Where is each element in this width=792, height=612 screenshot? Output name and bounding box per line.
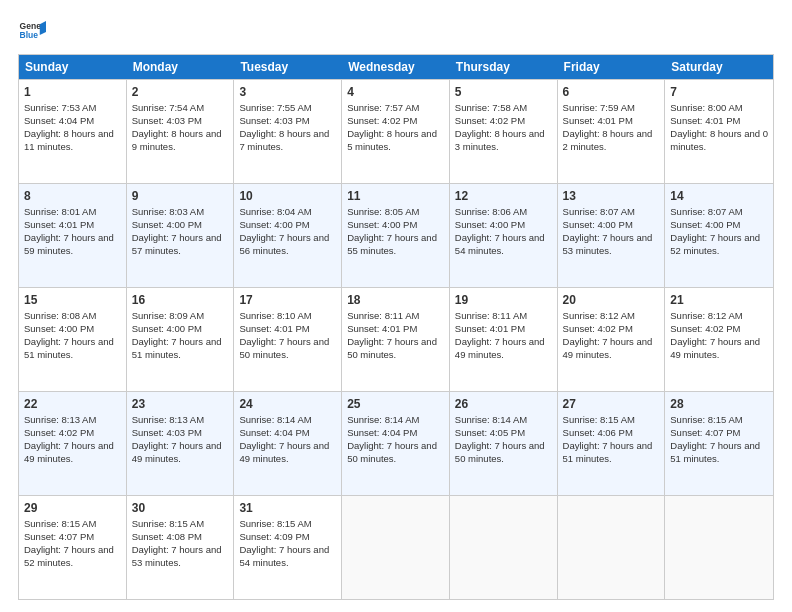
- day-cell: 8Sunrise: 8:01 AMSunset: 4:01 PMDaylight…: [19, 184, 127, 287]
- day-number: 5: [455, 84, 552, 100]
- day-number: 6: [563, 84, 660, 100]
- day-number: 25: [347, 396, 444, 412]
- header: General Blue: [18, 18, 774, 46]
- day-info: Sunrise: 8:14 AMSunset: 4:04 PMDaylight:…: [239, 414, 336, 465]
- calendar-row: 1Sunrise: 7:53 AMSunset: 4:04 PMDaylight…: [19, 79, 773, 183]
- day-cell: 26Sunrise: 8:14 AMSunset: 4:05 PMDayligh…: [450, 392, 558, 495]
- day-info: Sunrise: 8:01 AMSunset: 4:01 PMDaylight:…: [24, 206, 121, 257]
- day-number: 16: [132, 292, 229, 308]
- day-cell: 7Sunrise: 8:00 AMSunset: 4:01 PMDaylight…: [665, 80, 773, 183]
- day-info: Sunrise: 8:10 AMSunset: 4:01 PMDaylight:…: [239, 310, 336, 361]
- day-info: Sunrise: 7:58 AMSunset: 4:02 PMDaylight:…: [455, 102, 552, 153]
- header-day: Saturday: [665, 55, 773, 79]
- day-cell: 15Sunrise: 8:08 AMSunset: 4:00 PMDayligh…: [19, 288, 127, 391]
- day-info: Sunrise: 8:15 AMSunset: 4:06 PMDaylight:…: [563, 414, 660, 465]
- day-cell: 4Sunrise: 7:57 AMSunset: 4:02 PMDaylight…: [342, 80, 450, 183]
- day-info: Sunrise: 8:11 AMSunset: 4:01 PMDaylight:…: [347, 310, 444, 361]
- day-cell: 30Sunrise: 8:15 AMSunset: 4:08 PMDayligh…: [127, 496, 235, 599]
- day-cell: 23Sunrise: 8:13 AMSunset: 4:03 PMDayligh…: [127, 392, 235, 495]
- day-info: Sunrise: 7:59 AMSunset: 4:01 PMDaylight:…: [563, 102, 660, 153]
- header-day: Friday: [558, 55, 666, 79]
- page: General Blue SundayMondayTuesdayWednesda…: [0, 0, 792, 612]
- day-info: Sunrise: 8:15 AMSunset: 4:08 PMDaylight:…: [132, 518, 229, 569]
- header-day: Tuesday: [234, 55, 342, 79]
- header-day: Wednesday: [342, 55, 450, 79]
- day-number: 2: [132, 84, 229, 100]
- day-cell: 25Sunrise: 8:14 AMSunset: 4:04 PMDayligh…: [342, 392, 450, 495]
- header-day: Thursday: [450, 55, 558, 79]
- day-cell: 17Sunrise: 8:10 AMSunset: 4:01 PMDayligh…: [234, 288, 342, 391]
- day-number: 15: [24, 292, 121, 308]
- day-cell: 12Sunrise: 8:06 AMSunset: 4:00 PMDayligh…: [450, 184, 558, 287]
- calendar-body: 1Sunrise: 7:53 AMSunset: 4:04 PMDaylight…: [19, 79, 773, 599]
- day-info: Sunrise: 8:09 AMSunset: 4:00 PMDaylight:…: [132, 310, 229, 361]
- day-number: 28: [670, 396, 768, 412]
- day-info: Sunrise: 8:13 AMSunset: 4:02 PMDaylight:…: [24, 414, 121, 465]
- day-cell: 20Sunrise: 8:12 AMSunset: 4:02 PMDayligh…: [558, 288, 666, 391]
- day-info: Sunrise: 8:07 AMSunset: 4:00 PMDaylight:…: [563, 206, 660, 257]
- day-cell: 2Sunrise: 7:54 AMSunset: 4:03 PMDaylight…: [127, 80, 235, 183]
- day-info: Sunrise: 8:05 AMSunset: 4:00 PMDaylight:…: [347, 206, 444, 257]
- header-day: Sunday: [19, 55, 127, 79]
- svg-text:Blue: Blue: [20, 30, 39, 40]
- day-info: Sunrise: 8:04 AMSunset: 4:00 PMDaylight:…: [239, 206, 336, 257]
- day-cell: 5Sunrise: 7:58 AMSunset: 4:02 PMDaylight…: [450, 80, 558, 183]
- day-cell: 28Sunrise: 8:15 AMSunset: 4:07 PMDayligh…: [665, 392, 773, 495]
- day-cell: 11Sunrise: 8:05 AMSunset: 4:00 PMDayligh…: [342, 184, 450, 287]
- empty-cell: [450, 496, 558, 599]
- calendar-header: SundayMondayTuesdayWednesdayThursdayFrid…: [19, 55, 773, 79]
- day-number: 27: [563, 396, 660, 412]
- day-info: Sunrise: 7:53 AMSunset: 4:04 PMDaylight:…: [24, 102, 121, 153]
- logo-icon: General Blue: [18, 18, 46, 46]
- day-cell: 3Sunrise: 7:55 AMSunset: 4:03 PMDaylight…: [234, 80, 342, 183]
- day-number: 26: [455, 396, 552, 412]
- day-number: 3: [239, 84, 336, 100]
- day-number: 22: [24, 396, 121, 412]
- day-cell: 24Sunrise: 8:14 AMSunset: 4:04 PMDayligh…: [234, 392, 342, 495]
- day-number: 1: [24, 84, 121, 100]
- day-number: 13: [563, 188, 660, 204]
- day-info: Sunrise: 8:00 AMSunset: 4:01 PMDaylight:…: [670, 102, 768, 153]
- day-number: 14: [670, 188, 768, 204]
- day-number: 24: [239, 396, 336, 412]
- day-number: 19: [455, 292, 552, 308]
- day-cell: 10Sunrise: 8:04 AMSunset: 4:00 PMDayligh…: [234, 184, 342, 287]
- day-number: 31: [239, 500, 336, 516]
- day-info: Sunrise: 7:54 AMSunset: 4:03 PMDaylight:…: [132, 102, 229, 153]
- day-cell: 19Sunrise: 8:11 AMSunset: 4:01 PMDayligh…: [450, 288, 558, 391]
- day-number: 12: [455, 188, 552, 204]
- day-number: 20: [563, 292, 660, 308]
- day-number: 11: [347, 188, 444, 204]
- day-info: Sunrise: 8:14 AMSunset: 4:04 PMDaylight:…: [347, 414, 444, 465]
- day-number: 8: [24, 188, 121, 204]
- day-cell: 18Sunrise: 8:11 AMSunset: 4:01 PMDayligh…: [342, 288, 450, 391]
- day-number: 4: [347, 84, 444, 100]
- day-info: Sunrise: 8:14 AMSunset: 4:05 PMDaylight:…: [455, 414, 552, 465]
- day-number: 30: [132, 500, 229, 516]
- calendar-row: 8Sunrise: 8:01 AMSunset: 4:01 PMDaylight…: [19, 183, 773, 287]
- day-cell: 31Sunrise: 8:15 AMSunset: 4:09 PMDayligh…: [234, 496, 342, 599]
- day-number: 9: [132, 188, 229, 204]
- header-day: Monday: [127, 55, 235, 79]
- day-info: Sunrise: 8:03 AMSunset: 4:00 PMDaylight:…: [132, 206, 229, 257]
- calendar: SundayMondayTuesdayWednesdayThursdayFrid…: [18, 54, 774, 600]
- day-info: Sunrise: 8:15 AMSunset: 4:07 PMDaylight:…: [670, 414, 768, 465]
- day-number: 10: [239, 188, 336, 204]
- day-info: Sunrise: 8:12 AMSunset: 4:02 PMDaylight:…: [563, 310, 660, 361]
- empty-cell: [665, 496, 773, 599]
- day-number: 17: [239, 292, 336, 308]
- day-cell: 14Sunrise: 8:07 AMSunset: 4:00 PMDayligh…: [665, 184, 773, 287]
- logo: General Blue: [18, 18, 46, 46]
- day-cell: 27Sunrise: 8:15 AMSunset: 4:06 PMDayligh…: [558, 392, 666, 495]
- day-info: Sunrise: 8:12 AMSunset: 4:02 PMDaylight:…: [670, 310, 768, 361]
- day-info: Sunrise: 8:13 AMSunset: 4:03 PMDaylight:…: [132, 414, 229, 465]
- day-info: Sunrise: 8:11 AMSunset: 4:01 PMDaylight:…: [455, 310, 552, 361]
- calendar-row: 15Sunrise: 8:08 AMSunset: 4:00 PMDayligh…: [19, 287, 773, 391]
- day-number: 21: [670, 292, 768, 308]
- day-info: Sunrise: 8:15 AMSunset: 4:09 PMDaylight:…: [239, 518, 336, 569]
- day-cell: 13Sunrise: 8:07 AMSunset: 4:00 PMDayligh…: [558, 184, 666, 287]
- day-cell: 16Sunrise: 8:09 AMSunset: 4:00 PMDayligh…: [127, 288, 235, 391]
- day-cell: 9Sunrise: 8:03 AMSunset: 4:00 PMDaylight…: [127, 184, 235, 287]
- day-info: Sunrise: 8:07 AMSunset: 4:00 PMDaylight:…: [670, 206, 768, 257]
- empty-cell: [342, 496, 450, 599]
